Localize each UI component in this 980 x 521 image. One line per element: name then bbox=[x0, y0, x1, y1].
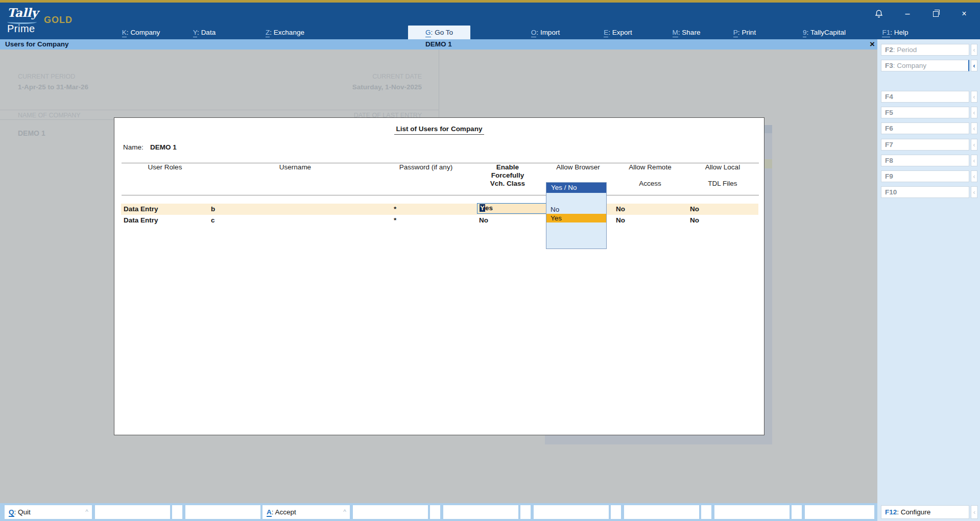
menu-item-export[interactable]: E: Export bbox=[580, 26, 656, 39]
bottom-button-bar: Q: Quit ^ A: Accept ^ bbox=[0, 503, 877, 521]
panel-divider bbox=[439, 49, 439, 117]
cell-allow-remote: No bbox=[616, 204, 625, 215]
user-row[interactable]: Data Entry b * Yes No No bbox=[121, 204, 758, 215]
column-header-username: Username bbox=[252, 163, 339, 171]
sidebar-button-f6[interactable]: F6 bbox=[881, 122, 969, 134]
current-period-label: CURRENT PERIOD bbox=[18, 73, 75, 80]
cell-password: * bbox=[394, 204, 396, 215]
sidebar-button-f2-period[interactable]: F2: Period bbox=[881, 44, 969, 56]
top-menu-bar: Tally Prime GOLD K: Company Y: Data Z: E… bbox=[0, 3, 980, 39]
cell-allow-remote: No bbox=[616, 215, 625, 226]
chevron-left-icon[interactable]: ‹ bbox=[971, 107, 977, 118]
cell-user-role: Data Entry bbox=[124, 204, 158, 215]
menu-item-tallycapital[interactable]: 9: TallyCapital bbox=[786, 26, 863, 39]
menu-item-data[interactable]: Y: Data bbox=[166, 26, 243, 39]
chevron-left-icon[interactable]: ‹ bbox=[971, 44, 977, 56]
cell-password: * bbox=[394, 215, 396, 226]
current-period-value: 1-Apr-25 to 31-Mar-26 bbox=[18, 83, 88, 91]
toolbar-slot bbox=[430, 505, 440, 519]
toolbar-slot bbox=[805, 505, 874, 519]
toolbar-slot bbox=[353, 505, 428, 519]
toolbar-slot bbox=[443, 505, 518, 519]
sidebar-button-f8[interactable]: F8 bbox=[881, 155, 969, 166]
screen-title: Users for Company bbox=[5, 39, 69, 49]
current-date-label: CURRENT DATE bbox=[320, 73, 422, 80]
column-header-user-roles: User Roles bbox=[122, 163, 208, 171]
name-label: Name: bbox=[123, 143, 144, 151]
cell-user-role: Data Entry bbox=[124, 215, 158, 226]
edition-badge: GOLD bbox=[44, 15, 73, 26]
menu-item-print[interactable]: P: Print bbox=[706, 26, 783, 39]
sidebar-button-f5[interactable]: F5 bbox=[881, 107, 969, 118]
background-panel-band bbox=[764, 125, 772, 133]
sidebar-button-f3-company[interactable]: F3: Company bbox=[881, 60, 969, 71]
tally-logo-prime: Prime bbox=[7, 23, 35, 35]
caret-icon[interactable]: ^ bbox=[340, 505, 350, 519]
menu-item-import[interactable]: O: Import bbox=[507, 26, 584, 39]
cell-allow-local: No bbox=[690, 204, 699, 215]
active-company-name: DEMO 1 bbox=[0, 39, 877, 49]
quit-button[interactable]: Q: Quit bbox=[5, 505, 84, 519]
name-of-company-label: NAME OF COMPANY bbox=[18, 112, 81, 119]
chevron-left-icon[interactable]: ‹ bbox=[971, 170, 977, 182]
section-divider bbox=[0, 110, 439, 110]
toolbar-slot bbox=[520, 505, 531, 519]
cell-enable-vch-class: No bbox=[479, 215, 488, 226]
function-key-sidebar: F2: Period ‹ F3: Company ‹ F4 ‹ F5 ‹ F6 … bbox=[877, 39, 980, 521]
bell-icon[interactable] bbox=[873, 8, 885, 19]
chevron-left-icon[interactable]: ‹ bbox=[971, 122, 977, 134]
chevron-left-icon[interactable]: ‹ bbox=[971, 505, 978, 519]
screen-title-bar: DEMO 1 Users for Company × bbox=[0, 39, 877, 49]
chevron-left-icon[interactable]: ‹ bbox=[971, 186, 977, 198]
toolbar-slot bbox=[714, 505, 790, 519]
name-value: DEMO 1 bbox=[150, 143, 177, 151]
restore-icon[interactable] bbox=[930, 8, 942, 19]
dropdown-header: Yes / No bbox=[546, 183, 606, 193]
toolbar-slot bbox=[95, 505, 170, 519]
minimize-icon[interactable]: – bbox=[902, 8, 913, 19]
sidebar-button-f10[interactable]: F10 bbox=[881, 186, 969, 198]
menu-item-go-to[interactable]: G: Go To bbox=[408, 26, 470, 40]
menu-item-help[interactable]: F1: Help bbox=[857, 26, 934, 39]
enable-vch-class-field[interactable]: Yes bbox=[477, 203, 550, 214]
toolbar-slot bbox=[172, 505, 182, 519]
toolbar-slot bbox=[792, 505, 802, 519]
toolbar-slot bbox=[701, 505, 711, 519]
yes-no-dropdown: Yes / No No Yes bbox=[546, 182, 607, 249]
chevron-left-icon[interactable]: ‹ bbox=[971, 60, 977, 71]
user-row[interactable]: Data Entry c * No No No bbox=[121, 215, 758, 226]
configure-button[interactable]: F12: Configure bbox=[881, 505, 969, 519]
list-of-users-dialog: List of Users for Company Name: DEMO 1 U… bbox=[114, 117, 764, 435]
chevron-left-icon[interactable]: ‹ bbox=[971, 91, 977, 103]
table-header-rule bbox=[122, 195, 759, 195]
screen-close-icon[interactable]: × bbox=[867, 39, 877, 49]
toolbar-slot bbox=[624, 505, 699, 519]
column-header-allow-local: Allow Local TDL Files bbox=[679, 163, 766, 188]
dropdown-option-no[interactable]: No bbox=[546, 205, 606, 214]
tally-prime-window: Tally Prime GOLD K: Company Y: Data Z: E… bbox=[0, 0, 980, 521]
accept-button[interactable]: A: Accept bbox=[262, 505, 342, 519]
sidebar-button-f4[interactable]: F4 bbox=[881, 91, 969, 103]
toolbar-slot bbox=[185, 505, 260, 519]
sidebar-button-f9[interactable]: F9 bbox=[881, 170, 969, 182]
current-date-value: Saturday, 1-Nov-2025 bbox=[320, 83, 422, 91]
dropdown-body: No Yes bbox=[546, 193, 606, 249]
company-list-item: DEMO 1 bbox=[18, 129, 45, 137]
chevron-left-icon[interactable]: ‹ bbox=[971, 139, 977, 151]
toolbar-slot bbox=[611, 505, 621, 519]
dialog-title: List of Users for Company bbox=[114, 125, 764, 133]
column-header-password: Password (if any) bbox=[383, 163, 469, 171]
sidebar-button-f7[interactable]: F7 bbox=[881, 139, 969, 151]
dropdown-option-yes[interactable]: Yes bbox=[546, 214, 606, 222]
caret-icon[interactable]: ^ bbox=[82, 505, 92, 519]
chevron-left-icon[interactable]: ‹ bbox=[971, 155, 977, 166]
toolbar-slot bbox=[534, 505, 609, 519]
menu-item-exchange[interactable]: Z: Exchange bbox=[247, 26, 323, 39]
cell-allow-local: No bbox=[690, 215, 699, 226]
text-selection-cursor: Y bbox=[480, 204, 485, 212]
close-icon[interactable]: × bbox=[959, 8, 970, 19]
cell-username: c bbox=[211, 215, 215, 226]
cell-username: b bbox=[211, 204, 215, 215]
